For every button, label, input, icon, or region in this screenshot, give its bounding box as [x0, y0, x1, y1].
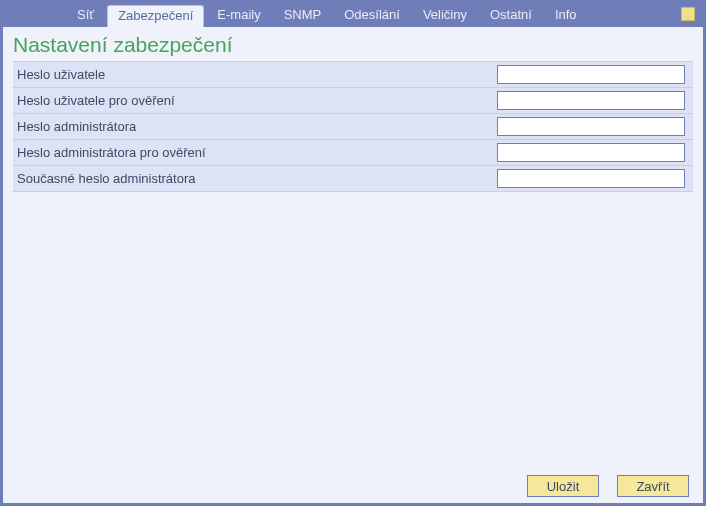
user-password-label: Heslo uživatele — [13, 67, 497, 82]
user-password-confirm-label: Heslo uživatele pro ověření — [13, 93, 497, 108]
content-area: Nastavení zabezpečení Heslo uživateleHes… — [3, 27, 703, 469]
form-row-admin-password-confirm: Heslo administrátora pro ověření — [13, 140, 693, 166]
tab-bar: SíťZabezpečeníE-mailySNMPOdesíláníVeliči… — [3, 3, 703, 27]
admin-password-confirm-input[interactable] — [497, 143, 685, 162]
footer: Uložit Zavřít — [3, 469, 703, 503]
tab-sit[interactable]: Síť — [67, 3, 104, 27]
corner-indicator — [681, 7, 695, 21]
tab-veliciny[interactable]: Veličiny — [413, 3, 477, 27]
form: Heslo uživateleHeslo uživatele pro ověře… — [13, 61, 693, 192]
user-password-input[interactable] — [497, 65, 685, 84]
tab-odesilani[interactable]: Odesílání — [334, 3, 410, 27]
settings-window: SíťZabezpečeníE-mailySNMPOdesíláníVeliči… — [0, 0, 706, 506]
admin-password-label: Heslo administrátora — [13, 119, 497, 134]
form-row-current-admin-password: Současné heslo administrátora — [13, 166, 693, 192]
form-row-user-password: Heslo uživatele — [13, 62, 693, 88]
current-admin-password-label: Současné heslo administrátora — [13, 171, 497, 186]
tab-ostatni[interactable]: Ostatní — [480, 3, 542, 27]
admin-password-input[interactable] — [497, 117, 685, 136]
page-title: Nastavení zabezpečení — [13, 33, 693, 57]
tab-info[interactable]: Info — [545, 3, 587, 27]
admin-password-confirm-label: Heslo administrátora pro ověření — [13, 145, 497, 160]
user-password-confirm-input[interactable] — [497, 91, 685, 110]
form-row-admin-password: Heslo administrátora — [13, 114, 693, 140]
tab-emaily[interactable]: E-maily — [207, 3, 270, 27]
current-admin-password-input[interactable] — [497, 169, 685, 188]
tab-snmp[interactable]: SNMP — [274, 3, 332, 27]
save-button[interactable]: Uložit — [527, 475, 599, 497]
close-button[interactable]: Zavřít — [617, 475, 689, 497]
form-row-user-password-confirm: Heslo uživatele pro ověření — [13, 88, 693, 114]
tab-zabezpeceni[interactable]: Zabezpečení — [107, 5, 204, 27]
